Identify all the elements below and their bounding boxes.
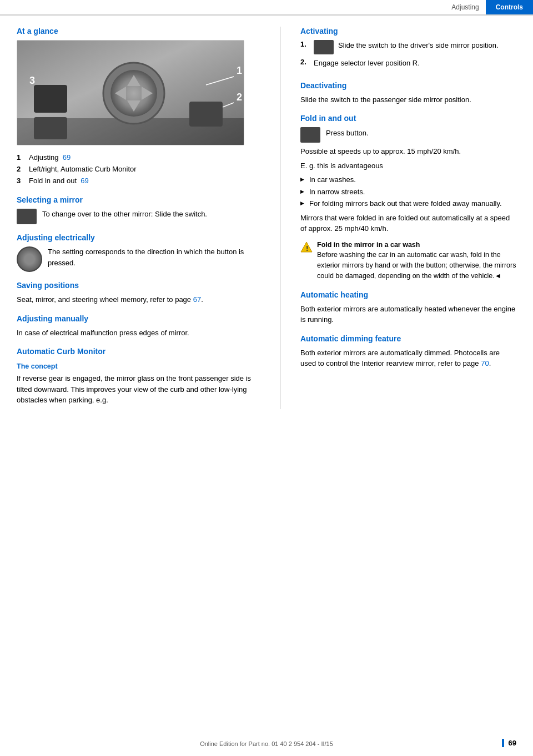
joystick-icon [17, 246, 42, 272]
item-3-page-link[interactable]: 69 [81, 177, 88, 185]
mirror-switch-icon [17, 209, 37, 224]
switch-icon [314, 40, 334, 54]
bullet-item-3: For folding mirrors back out that were f… [300, 198, 516, 209]
numbered-list: 1 Adjusting 69 2 Left/right, Automatic C… [17, 152, 261, 187]
fold-in-out-text3: Mirrors that were folded in are folded o… [300, 213, 516, 234]
svg-text:3: 3 [29, 75, 35, 86]
svg-text:1: 1 [237, 65, 242, 76]
svg-text:2: 2 [237, 92, 242, 103]
list-item-3: 3 Fold in and out 69 [17, 175, 261, 187]
item-3-num: 3 [17, 175, 26, 187]
item-1-num: 1 [17, 152, 26, 164]
the-concept-text: If reverse gear is engaged, the mirror g… [17, 373, 261, 406]
svg-text:!: ! [306, 244, 308, 253]
automatic-heating-text: Both exterior mirrors are automatically … [300, 304, 516, 325]
selecting-mirror-text: To change over to the other mirror: Slid… [42, 209, 207, 220]
selecting-mirror-heading: Selecting a mirror [17, 195, 261, 204]
header-controls-label: Controls [486, 0, 533, 14]
saving-positions-text: Seat, mirror, and steering wheel memory,… [17, 294, 261, 305]
automatic-dimming-heading: Automatic dimming feature [300, 334, 516, 343]
item-2-text: Left/right, Automatic Curb Monitor [29, 164, 137, 175]
footer-page-number: 69 [502, 739, 516, 747]
header-adjusting-label: Adjusting [445, 3, 485, 11]
saving-positions-page-link[interactable]: 67 [193, 295, 201, 304]
column-divider [280, 27, 281, 409]
header-bar: Adjusting Controls [0, 0, 533, 16]
press-button-icon [300, 127, 320, 143]
activating-heading: Activating [300, 27, 516, 36]
warning-box: ! Fold in the mirror in a car wash Befor… [300, 240, 516, 281]
mirror-image-inner: 3 2 1 [17, 41, 244, 145]
mirror-image: 3 2 1 [17, 40, 244, 145]
adjusting-electrically-row: The setting corresponds to the direction… [17, 246, 261, 272]
fold-in-out-bullets: In car washes. In narrow streets. For fo… [300, 174, 516, 209]
adjusting-electrically-text: The setting corresponds to the direction… [48, 246, 261, 268]
list-item-2: 2 Left/right, Automatic Curb Monitor [17, 164, 261, 175]
the-concept-subheading: The concept [17, 362, 261, 370]
adjusting-manually-text: In case of electrical malfunction press … [17, 327, 261, 339]
adjusting-electrically-heading: Adjusting electrically [17, 233, 261, 242]
activating-step2-text: Engage selector lever position R. [314, 58, 420, 69]
at-a-glance-heading: At a glance [17, 27, 261, 36]
svg-rect-10 [189, 102, 223, 127]
list-item-1: 1 Adjusting 69 [17, 152, 261, 164]
warning-text: Before washing the car in an automatic c… [317, 251, 516, 280]
activating-step1-text: Slide the switch to the driver's side mi… [338, 40, 499, 51]
footer: Online Edition for Part no. 01 40 2 954 … [0, 740, 533, 747]
fold-in-out-text2: E. g. this is advantageous [300, 160, 516, 172]
warning-content: Fold in the mirror in a car wash Before … [317, 240, 516, 281]
automatic-dimming-text: Both exterior mirrors are automatically … [300, 347, 516, 369]
deactivating-heading: Deactivating [300, 81, 516, 90]
item-1-page-link[interactable]: 69 [63, 153, 71, 162]
press-button-text: Press button. [326, 128, 369, 139]
activating-step1-row: 1. Slide the switch to the driver's side… [300, 40, 516, 72]
footer-text: Online Edition for Part no. 01 40 2 954 … [200, 740, 333, 747]
fold-in-out-heading: Fold in and out [300, 114, 516, 123]
dimming-page-link[interactable]: 70 [481, 359, 489, 367]
item-1-text: Adjusting 69 [29, 152, 71, 164]
automatic-curb-heading: Automatic Curb Monitor [17, 347, 261, 356]
fold-in-out-text1: Possible at speeds up to approx. 15 mph/… [300, 146, 516, 157]
automatic-heating-heading: Automatic heating [300, 290, 516, 299]
svg-rect-2 [34, 85, 67, 113]
main-content: At a glance [0, 16, 533, 420]
adjusting-manually-heading: Adjusting manually [17, 314, 261, 323]
selecting-mirror-row: To change over to the other mirror: Slid… [17, 209, 261, 224]
deactivating-text: Slide the switch to the passenger side m… [300, 94, 516, 105]
right-column: Activating 1. Slide the switch to the dr… [300, 27, 516, 409]
saving-positions-heading: Saving positions [17, 281, 261, 290]
bullet-item-1: In car washes. [300, 174, 516, 185]
svg-rect-3 [34, 117, 67, 139]
item-2-num: 2 [17, 164, 26, 175]
warning-title: Fold in the mirror in a car wash [317, 241, 420, 249]
item-3-text: Fold in and out 69 [29, 175, 89, 187]
mirror-svg: 3 2 1 [17, 41, 244, 145]
warning-icon: ! [300, 241, 313, 253]
press-button-row: Press button. [300, 127, 516, 143]
bullet-item-2: In narrow streets. [300, 187, 516, 198]
left-column: At a glance [17, 27, 261, 409]
